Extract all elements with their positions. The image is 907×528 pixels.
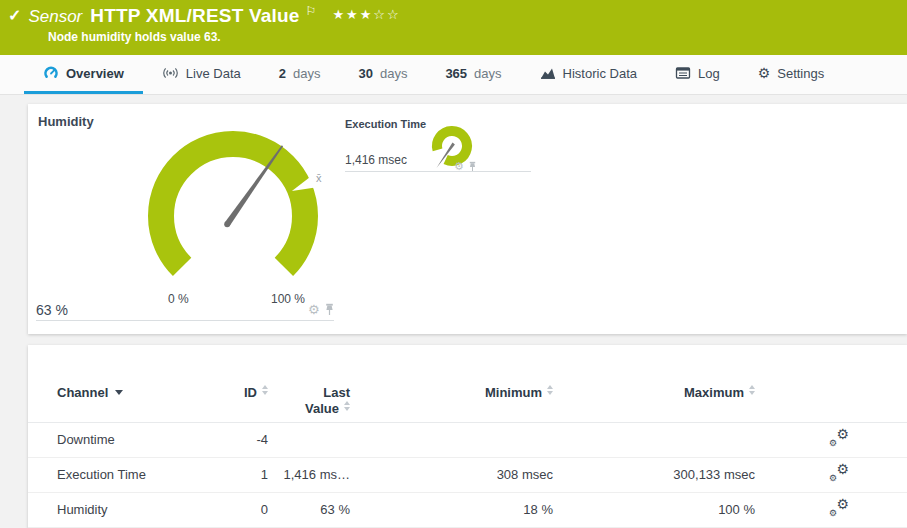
column-label: ID	[244, 385, 257, 400]
table-header-row: Channel ID Last Value Minimum Maximum	[28, 345, 907, 422]
tab-number: 2	[279, 66, 286, 81]
table-row-downtime[interactable]: Downtime -4 ⚙⚙	[28, 422, 907, 457]
table-row-humidity[interactable]: Humidity 0 63 % 18 % 100 % ⚙⚙	[28, 492, 907, 527]
humidity-current-value: 63 %	[36, 302, 68, 318]
priority-stars[interactable]: ★★★☆☆	[332, 7, 400, 22]
channel-maximum: 100 %	[553, 492, 755, 527]
gauge-min-label: 0 %	[168, 292, 189, 306]
column-label: Minimum	[485, 385, 542, 400]
area-chart-icon	[540, 66, 556, 80]
column-header-last-value[interactable]: Last Value	[268, 345, 350, 422]
sort-icon	[344, 401, 350, 411]
tab-bar: Overview Live Data 2 days 30 days 365 da…	[0, 55, 907, 95]
tab-label: days	[293, 66, 320, 81]
average-marker-label: x̄	[316, 172, 322, 184]
channel-last-value	[268, 422, 350, 457]
tab-365-days[interactable]: 365 days	[426, 55, 520, 94]
table-row-execution-time[interactable]: Execution Time 1 1,416 ms… 308 msec 300,…	[28, 457, 907, 492]
column-label: Maximum	[684, 385, 744, 400]
humidity-gauge	[98, 106, 368, 326]
tab-label: days	[474, 66, 501, 81]
column-header-actions	[755, 345, 907, 422]
tab-2-days[interactable]: 2 days	[260, 55, 340, 94]
humidity-gauge-title: Humidity	[38, 114, 94, 129]
column-header-id[interactable]: ID	[228, 345, 268, 422]
tab-historic-data[interactable]: Historic Data	[521, 55, 656, 94]
tab-log[interactable]: Log	[656, 55, 739, 94]
channel-minimum	[350, 422, 553, 457]
channel-name[interactable]: Execution Time	[28, 457, 228, 492]
channel-minimum: 18 %	[350, 492, 553, 527]
tab-settings[interactable]: ⚙ Settings	[739, 55, 844, 94]
tab-number: 365	[445, 66, 467, 81]
channel-id: -4	[228, 422, 268, 457]
log-icon	[675, 66, 691, 80]
tab-number: 30	[358, 66, 372, 81]
tab-30-days[interactable]: 30 days	[339, 55, 426, 94]
channel-settings-icon[interactable]: ⚙⚙	[829, 499, 849, 517]
humidity-widget-controls: ⚙	[308, 303, 335, 316]
channel-maximum: 300,133 msec	[553, 457, 755, 492]
prtg-sensor-page: ✓ Sensor HTTP XML/REST Value ⚐ ★★★☆☆ Nod…	[0, 0, 907, 528]
broadcast-icon	[162, 66, 179, 80]
channel-minimum: 308 msec	[350, 457, 553, 492]
tab-label: Historic Data	[563, 66, 637, 81]
execution-time-gauge-title: Execution Time	[345, 118, 426, 130]
sensor-title: HTTP XML/REST Value	[90, 5, 299, 27]
channel-table-panel: Channel ID Last Value Minimum Maximum	[28, 345, 907, 528]
channel-settings-icon[interactable]: ⚙⚙	[829, 429, 849, 447]
sort-icon	[547, 385, 553, 395]
humidity-widget-divider	[36, 320, 334, 321]
channel-last-value: 1,416 ms…	[268, 457, 350, 492]
column-header-minimum[interactable]: Minimum	[350, 345, 553, 422]
channel-name[interactable]: Humidity	[28, 492, 228, 527]
sensor-title-row: ✓ Sensor HTTP XML/REST Value ⚐ ★★★☆☆	[8, 5, 401, 27]
tab-label: Live Data	[186, 66, 241, 81]
execution-widget-divider	[345, 171, 531, 172]
execution-time-current-value: 1,416 msec	[345, 153, 407, 167]
channel-last-value: 63 %	[268, 492, 350, 527]
tab-label: Overview	[66, 66, 124, 81]
status-ok-check-icon: ✓	[8, 6, 21, 25]
channel-id: 1	[228, 457, 268, 492]
gauges-panel: Humidity x̄ 0 % 100 % 63 % ⚙ Execution T…	[28, 104, 907, 334]
gauge-icon	[43, 65, 59, 81]
tab-label: Log	[698, 66, 720, 81]
column-header-channel[interactable]: Channel	[28, 345, 228, 422]
gauge-max-label: 100 %	[271, 292, 305, 306]
column-label: Channel	[57, 385, 108, 400]
channel-settings-icon[interactable]: ⚙⚙	[829, 464, 849, 482]
sensor-kind-label: Sensor	[28, 7, 82, 27]
sort-icon	[262, 385, 268, 395]
gear-icon: ⚙	[758, 66, 771, 80]
tab-label: days	[380, 66, 407, 81]
flag-icon[interactable]: ⚐	[306, 4, 317, 18]
sort-icon	[749, 385, 755, 395]
tab-label: Settings	[777, 66, 824, 81]
channel-table: Channel ID Last Value Minimum Maximum	[28, 345, 907, 528]
sensor-status-header: ✓ Sensor HTTP XML/REST Value ⚐ ★★★☆☆ Nod…	[0, 0, 907, 55]
column-header-maximum[interactable]: Maximum	[553, 345, 755, 422]
tab-live-data[interactable]: Live Data	[143, 55, 260, 94]
widget-gear-icon[interactable]: ⚙	[308, 303, 320, 316]
channel-id: 0	[228, 492, 268, 527]
sensor-status-message: Node humidity holds value 63.	[48, 30, 221, 44]
channel-maximum	[553, 422, 755, 457]
tab-overview[interactable]: Overview	[24, 55, 143, 94]
channel-name[interactable]: Downtime	[28, 422, 228, 457]
sort-desc-icon	[115, 390, 123, 395]
pin-icon[interactable]	[324, 303, 335, 316]
